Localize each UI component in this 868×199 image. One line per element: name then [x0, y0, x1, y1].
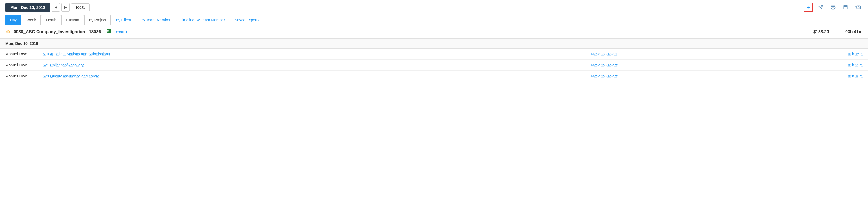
- svg-text:$: $: [855, 6, 857, 9]
- billing-button[interactable]: $: [854, 3, 863, 12]
- tab-by-client[interactable]: By Client: [111, 15, 135, 25]
- person-name: Manuel Love: [0, 49, 35, 60]
- excel-icon: X: [106, 28, 112, 35]
- project-amount: $133.20: [813, 30, 829, 34]
- project-status-icon: ☺: [5, 29, 11, 35]
- task-cell: L510 Appellate Motions and Submissions: [35, 49, 586, 60]
- move-to-project-link[interactable]: Move to Project: [591, 63, 617, 67]
- tab-week[interactable]: Week: [22, 15, 41, 25]
- table-icon: [843, 5, 848, 10]
- svg-point-9: [858, 7, 859, 8]
- entries-table: Manuel Love L510 Appellate Motions and S…: [0, 49, 868, 82]
- move-to-project-link[interactable]: Move to Project: [591, 74, 617, 78]
- top-bar: Mon, Dec 10, 2018 ◀ ▶ Today +: [0, 0, 868, 15]
- export-dropdown-icon: ▾: [125, 30, 127, 34]
- date-section: Mon, Dec 10, 2018: [0, 39, 868, 49]
- project-header: ☺ 0038_ABC Company_Investigation - 18036…: [0, 25, 868, 39]
- money-icon: $: [855, 5, 861, 10]
- time-value[interactable]: 00h 15m: [841, 49, 868, 60]
- date-navigation: Mon, Dec 10, 2018 ◀ ▶ Today: [5, 3, 90, 12]
- today-button[interactable]: Today: [71, 3, 89, 11]
- send-icon: [818, 5, 823, 10]
- tab-month[interactable]: Month: [41, 15, 61, 25]
- move-cell: Move to Project: [586, 71, 841, 82]
- export-button[interactable]: Export ▾: [113, 30, 127, 34]
- svg-rect-3: [844, 5, 847, 9]
- task-link[interactable]: L679 Quality assurance and control: [40, 74, 100, 78]
- export-table-button[interactable]: [841, 3, 850, 12]
- time-value[interactable]: 01h 25m: [841, 60, 868, 71]
- toolbar-right: + $: [804, 3, 863, 12]
- tab-by-project[interactable]: By Project: [84, 15, 111, 25]
- export-area: X Export ▾: [106, 28, 127, 35]
- tab-by-team-member[interactable]: By Team Member: [136, 15, 175, 25]
- person-name: Manuel Love: [0, 60, 35, 71]
- task-cell: L679 Quality assurance and control: [35, 71, 586, 82]
- person-name: Manuel Love: [0, 71, 35, 82]
- task-link[interactable]: L510 Appellate Motions and Submissions: [40, 52, 110, 56]
- move-cell: Move to Project: [586, 60, 841, 71]
- task-link[interactable]: L621 Collection/Recovery: [40, 63, 84, 67]
- project-meta: $133.20 03h 41m: [813, 30, 863, 34]
- prev-button[interactable]: ◀: [52, 3, 60, 12]
- move-cell: Move to Project: [586, 49, 841, 60]
- tab-custom[interactable]: Custom: [61, 15, 84, 25]
- tab-timeline-by-team-member[interactable]: Timeline By Team Member: [176, 15, 230, 25]
- prev-icon: ◀: [55, 5, 57, 9]
- project-title: 0038_ABC Company_Investigation - 18036: [13, 30, 101, 34]
- next-icon: ▶: [64, 5, 67, 9]
- move-to-project-link[interactable]: Move to Project: [591, 52, 617, 56]
- table-row: Manuel Love L679 Quality assurance and c…: [0, 71, 868, 82]
- add-button[interactable]: +: [804, 3, 813, 12]
- plus-icon: +: [807, 4, 810, 10]
- svg-rect-2: [832, 8, 834, 9]
- project-time: 03h 41m: [845, 30, 863, 34]
- tab-saved-exports[interactable]: Saved Exports: [230, 15, 264, 25]
- svg-text:X: X: [107, 30, 109, 32]
- task-cell: L621 Collection/Recovery: [35, 60, 586, 71]
- table-row: Manuel Love L510 Appellate Motions and S…: [0, 49, 868, 60]
- tab-day[interactable]: Day: [5, 15, 21, 25]
- current-date: Mon, Dec 10, 2018: [5, 3, 50, 12]
- time-value[interactable]: 00h 16m: [841, 71, 868, 82]
- next-button[interactable]: ▶: [61, 3, 69, 12]
- send-button[interactable]: [816, 3, 825, 12]
- svg-rect-8: [857, 6, 861, 9]
- date-section-label: Mon, Dec 10, 2018: [5, 41, 38, 46]
- tabs-bar: Day Week Month Custom By Project By Clie…: [0, 15, 868, 25]
- print-button[interactable]: [829, 3, 838, 12]
- table-row: Manuel Love L621 Collection/Recovery Mov…: [0, 60, 868, 71]
- print-icon: [831, 5, 836, 10]
